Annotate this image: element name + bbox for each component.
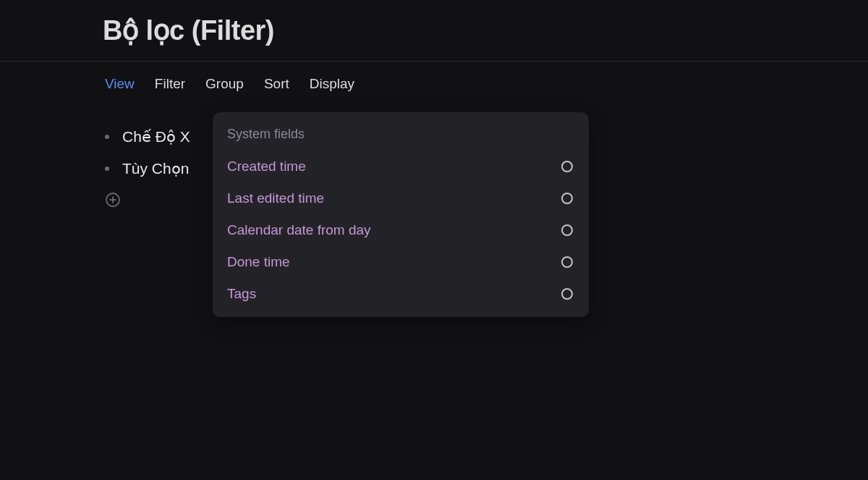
dropdown-item-label: Tags — [227, 286, 256, 302]
page-header: Bộ lọc (Filter) — [0, 0, 868, 62]
list-item-text: Chế Độ X — [122, 128, 190, 146]
radio-unchecked-icon — [561, 161, 573, 172]
tab-group[interactable]: Group — [205, 76, 244, 92]
plus-circle-icon — [105, 192, 121, 208]
dropdown-item-label: Last edited time — [227, 190, 324, 206]
dropdown-item-calendar-date[interactable]: Calendar date from day — [213, 214, 589, 246]
dropdown-header: System fields — [213, 122, 589, 151]
add-button[interactable] — [105, 192, 121, 208]
dropdown-item-tags[interactable]: Tags — [213, 278, 589, 310]
radio-unchecked-icon — [561, 224, 573, 236]
list-item-text: Tùy Chọn — [122, 160, 189, 177]
tab-filter[interactable]: Filter — [155, 76, 185, 92]
tab-sort[interactable]: Sort — [264, 76, 289, 92]
toolbar: View Filter Group Sort Display — [0, 62, 868, 106]
tab-display[interactable]: Display — [310, 76, 354, 92]
bullet-icon — [105, 167, 109, 171]
dropdown-item-done-time[interactable]: Done time — [213, 246, 589, 278]
radio-unchecked-icon — [561, 256, 573, 268]
system-fields-dropdown: System fields Created time Last edited t… — [213, 112, 589, 317]
dropdown-item-label: Calendar date from day — [227, 222, 371, 238]
dropdown-item-label: Done time — [227, 254, 290, 270]
radio-unchecked-icon — [561, 193, 573, 204]
dropdown-item-created-time[interactable]: Created time — [213, 151, 589, 182]
dropdown-item-label: Created time — [227, 159, 306, 174]
tab-view[interactable]: View — [105, 76, 135, 92]
bullet-icon — [105, 135, 109, 139]
page-title: Bộ lọc (Filter) — [103, 14, 868, 46]
radio-unchecked-icon — [561, 288, 573, 300]
dropdown-item-last-edited-time[interactable]: Last edited time — [213, 182, 589, 214]
